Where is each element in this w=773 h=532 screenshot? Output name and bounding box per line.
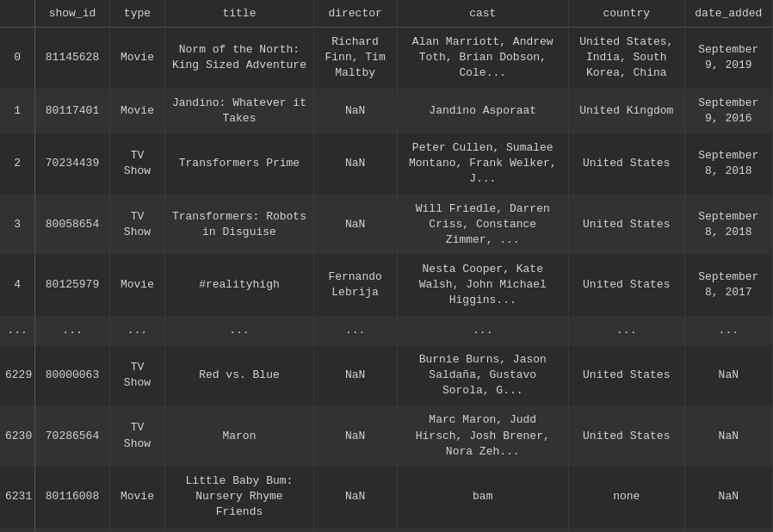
cell-type: Movie [109,467,165,528]
cell-index: 6231 [0,467,35,528]
cell-show_id: 80125979 [35,255,109,316]
cell-index: 1 [0,89,35,133]
cell-index: ... [0,316,35,345]
table-row[interactable]: 480125979Movie#realityhighFernando Lebri… [0,255,773,316]
cell-cast: Marc Maron, Judd Hirsch, Josh Brener, No… [397,405,568,467]
col-header-date_added[interactable]: date_added [684,0,772,28]
cell-country: none [568,467,684,528]
cell-show_id: 70281022 [35,528,109,533]
cell-cast: Jandino Asporaat [397,89,568,133]
cell-country: United Kingdom [568,528,684,533]
cell-index: 6230 [0,405,35,467]
cell-index: 3 [0,195,35,256]
cell-date_added: NaN [684,467,772,528]
cell-country: ... [568,316,684,345]
cell-cast: Peter Cullen, Sumalee Montano, Frank Wel… [397,133,568,195]
cell-show_id: 80117401 [35,89,109,133]
cell-director: Fernando Lebrija [313,255,397,316]
cell-country: United States [568,133,684,195]
cell-director: NaN [313,133,397,195]
cell-type: Movie [109,28,165,89]
table-row[interactable]: 623070286564TV ShowMaronNaNMarc Maron, J… [0,405,773,467]
cell-title: Little Baby Bum: Nursery Rhyme Friends [165,467,313,528]
cell-index: 6229 [0,345,35,406]
table-header-row: show_id type title director cast country… [0,0,773,28]
cell-date_added: NaN [684,405,772,467]
table-row[interactable]: 270234439TV ShowTransformers PrimeNaNPet… [0,133,773,195]
cell-date_added: ... [684,316,772,345]
table-row[interactable]: 380058654TV ShowTransformers: Robots in … [0,195,773,256]
cell-type: TV Show [109,405,165,467]
cell-title: Norm of the North: King Sized Adventure [165,28,313,89]
cell-director: Richard Finn, Tim Maltby [313,28,397,89]
cell-director: NaN [313,195,397,256]
cell-title: ... [165,316,313,345]
cell-director: NaN [313,405,397,467]
table-row[interactable]: 623270281022TV ShowA Young Doctor's Note… [0,528,773,533]
col-header-show_id[interactable]: show_id [35,0,109,28]
cell-show_id: 70234439 [35,133,109,195]
col-header-country[interactable]: country [568,0,684,28]
cell-cast: Nesta Cooper, Kate Walsh, John Michael H… [397,255,568,316]
col-header-index[interactable] [0,0,35,28]
cell-director: NaN [313,345,397,406]
table-row[interactable]: 623180116008MovieLittle Baby Bum: Nurser… [0,467,773,528]
cell-title: Transformers: Robots in Disguise [165,195,313,256]
cell-cast: bam [397,467,568,528]
table-row[interactable]: 081145628MovieNorm of the North: King Si… [0,28,773,89]
table-row[interactable]: ........................ [0,316,773,345]
cell-show_id: 80058654 [35,195,109,256]
cell-cast: Daniel Radcliffe, Jon Hamm, Adam Godley,… [397,528,568,533]
cell-country: United States, India, South Korea, China [568,28,684,89]
cell-director: NaN [313,528,397,533]
cell-date_added: September 8, 2018 [684,133,772,195]
cell-date_added: September 8, 2018 [684,195,772,256]
cell-index: 2 [0,133,35,195]
cell-country: United States [568,255,684,316]
data-table-container: show_id type title director cast country… [0,0,773,532]
cell-director: ... [313,316,397,345]
cell-show_id: 80116008 [35,467,109,528]
cell-type: Movie [109,255,165,316]
cell-index: 4 [0,255,35,316]
cell-show_id: 80000063 [35,345,109,406]
cell-type: TV Show [109,528,165,533]
cell-title: Jandino: Whatever it Takes [165,89,313,133]
cell-title: A Young Doctor's Notebook and Other Stor… [165,528,313,533]
cell-type: TV Show [109,345,165,406]
cell-type: TV Show [109,133,165,195]
cell-director: NaN [313,467,397,528]
cell-country: United States [568,195,684,256]
cell-country: United States [568,405,684,467]
cell-cast: Will Friedle, Darren Criss, Constance Zi… [397,195,568,256]
cell-index: 6232 [0,528,35,533]
cell-cast: ... [397,316,568,345]
cell-index: 0 [0,28,35,89]
cell-cast: Alan Marriott, Andrew Toth, Brian Dobson… [397,28,568,89]
table-row[interactable]: 180117401MovieJandino: Whatever it Takes… [0,89,773,133]
cell-title: Maron [165,405,313,467]
cell-type: Movie [109,89,165,133]
cell-date_added: September 9, 2019 [684,28,772,89]
cell-date_added: NaN [684,345,772,406]
cell-show_id: ... [35,316,109,345]
cell-cast: Burnie Burns, Jason Saldaña, Gustavo Sor… [397,345,568,406]
col-header-title[interactable]: title [165,0,313,28]
cell-title: Transformers Prime [165,133,313,195]
cell-show_id: 81145628 [35,28,109,89]
cell-type: TV Show [109,195,165,256]
cell-date_added: September 8, 2017 [684,255,772,316]
cell-type: ... [109,316,165,345]
data-table: show_id type title director cast country… [0,0,773,532]
col-header-cast[interactable]: cast [397,0,568,28]
cell-country: United Kingdom [568,89,684,133]
cell-date_added: NaN [684,528,772,533]
cell-country: United States [568,345,684,406]
cell-director: NaN [313,89,397,133]
col-header-director[interactable]: director [313,0,397,28]
cell-show_id: 70286564 [35,405,109,467]
cell-date_added: September 9, 2016 [684,89,772,133]
table-row[interactable]: 622980000063TV ShowRed vs. BlueNaNBurnie… [0,345,773,406]
col-header-type[interactable]: type [109,0,165,28]
cell-title: Red vs. Blue [165,345,313,406]
